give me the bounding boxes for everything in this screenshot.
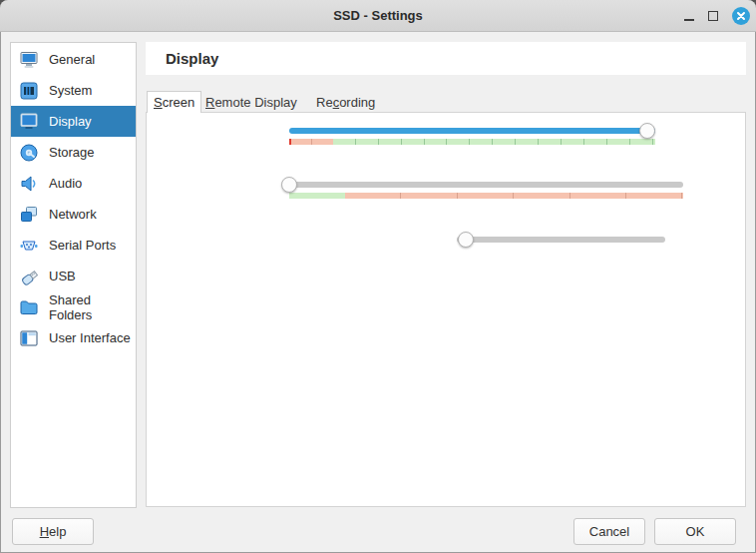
audio-icon bbox=[18, 173, 40, 195]
cancel-button[interactable]: Cancel bbox=[573, 518, 645, 545]
close-icon[interactable] bbox=[732, 7, 750, 25]
monitor-count-scale bbox=[289, 193, 683, 199]
sidebar-item-general[interactable]: General bbox=[11, 44, 136, 75]
serial-ports-icon bbox=[18, 235, 40, 257]
sidebar-item-label: Storage bbox=[49, 145, 95, 160]
tab-recording[interactable]: Recording bbox=[316, 94, 375, 112]
sidebar-item-system[interactable]: System bbox=[11, 75, 136, 106]
tab-screen[interactable]: Screen bbox=[147, 91, 201, 113]
sidebar-item-label: Serial Ports bbox=[49, 238, 116, 253]
sidebar-item-label: Display bbox=[49, 114, 92, 129]
sidebar-item-audio[interactable]: Audio bbox=[11, 168, 136, 199]
shared-folders-icon bbox=[18, 296, 40, 318]
network-icon bbox=[18, 204, 40, 226]
settings-sidebar: General System Display bbox=[10, 42, 137, 508]
minimize-icon[interactable] bbox=[684, 12, 694, 21]
sidebar-item-label: General bbox=[49, 52, 95, 67]
system-icon bbox=[18, 80, 40, 102]
sidebar-item-label: User Interface bbox=[49, 330, 131, 345]
user-interface-icon bbox=[18, 327, 40, 349]
general-icon bbox=[18, 49, 40, 71]
sidebar-item-label: USB bbox=[49, 269, 76, 283]
scale-factor-slider[interactable] bbox=[457, 237, 665, 243]
video-memory-slider[interactable] bbox=[289, 128, 655, 134]
sidebar-item-shared-folders[interactable]: Shared Folders bbox=[11, 291, 136, 322]
display-icon bbox=[18, 111, 40, 133]
page-title: Display bbox=[146, 42, 746, 75]
ok-button[interactable]: OK bbox=[654, 518, 736, 545]
sidebar-item-label: Shared Folders bbox=[49, 292, 136, 322]
video-memory-scale bbox=[289, 139, 655, 145]
sidebar-item-display[interactable]: Display bbox=[11, 106, 136, 137]
sidebar-item-label: Audio bbox=[49, 176, 82, 191]
settings-window: SSD - Settings General bbox=[0, 0, 756, 553]
sidebar-item-label: System bbox=[49, 83, 92, 98]
scale-factor-slider-handle[interactable] bbox=[458, 232, 474, 248]
video-memory-slider-handle[interactable] bbox=[639, 123, 655, 139]
help-button[interactable]: Help bbox=[12, 518, 94, 545]
storage-icon bbox=[18, 142, 40, 164]
sidebar-item-storage[interactable]: Storage bbox=[11, 137, 136, 168]
sidebar-item-label: Network bbox=[49, 207, 97, 222]
sidebar-item-network[interactable]: Network bbox=[11, 199, 136, 230]
sidebar-item-usb[interactable]: USB bbox=[11, 261, 136, 291]
window-title: SSD - Settings bbox=[333, 8, 423, 23]
sidebar-item-user-interface[interactable]: User Interface bbox=[11, 322, 136, 353]
title-bar[interactable]: SSD - Settings bbox=[0, 0, 756, 32]
minimum-marker bbox=[289, 139, 291, 145]
usb-icon bbox=[18, 266, 40, 287]
screen-tab-panel bbox=[146, 112, 746, 507]
sidebar-item-serial-ports[interactable]: Serial Ports bbox=[11, 230, 136, 261]
maximize-icon[interactable] bbox=[708, 11, 718, 21]
monitor-count-slider-handle[interactable] bbox=[281, 177, 297, 193]
tab-remote-display[interactable]: Remote Display bbox=[205, 94, 297, 112]
monitor-count-slider[interactable] bbox=[289, 182, 683, 188]
